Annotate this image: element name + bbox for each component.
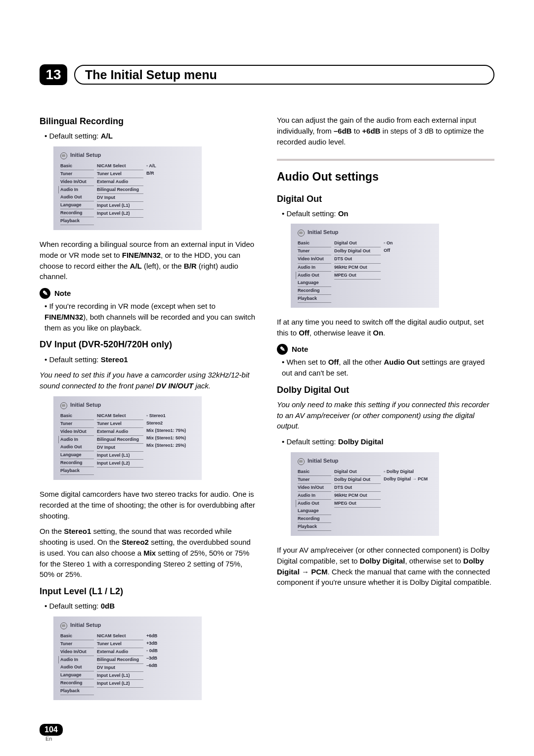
- list-item: Input Level (L2): [97, 680, 143, 688]
- columns: Bilingual Recording Default setting: A/L…: [40, 115, 494, 709]
- list-item: Video In/Out: [60, 428, 94, 436]
- list-item: Language: [298, 279, 331, 287]
- default-value: Stereo1: [101, 355, 128, 364]
- list-item: Audio In: [58, 656, 94, 663]
- disc-icon: [60, 152, 67, 158]
- list-item: Tuner Level: [97, 640, 143, 648]
- menu-sidebar: Basic Tuner Video In/Out Audio In Audio …: [53, 162, 94, 225]
- disc-icon: [60, 402, 67, 408]
- digitalout-heading: Digital Out: [277, 192, 494, 205]
- menu-options: Dolby Digital Dolby Digital → PCM: [381, 468, 428, 531]
- dvinput-default: Default setting: Stereo1: [40, 354, 257, 365]
- list-item: DTS Out: [334, 255, 381, 263]
- menu-header: Initial Setup: [53, 401, 202, 412]
- list-item: Mix (Stereo1: 25%): [146, 442, 186, 449]
- menu-header: Initial Setup: [291, 457, 439, 468]
- list-item: 0dB: [146, 647, 158, 655]
- list-item: Tuner: [298, 247, 331, 255]
- menu-options: +6dB +3dB 0dB –3dB –6dB: [143, 632, 158, 695]
- list-item: Tuner Level: [97, 420, 143, 428]
- left-column: Bilingual Recording Default setting: A/L…: [40, 115, 257, 709]
- disc-icon: [298, 458, 305, 464]
- digitalout-note: When set to Off, all the other Audio Out…: [277, 357, 494, 378]
- pencil-icon: ✎: [40, 288, 50, 299]
- list-item: Digital Out: [334, 468, 381, 476]
- page-footer: 104 En: [40, 709, 494, 742]
- right-column: You can adjust the gain of the audio fro…: [277, 115, 494, 709]
- chapter-title-wrap: The Initial Setup menu: [74, 65, 494, 85]
- pencil-icon: ✎: [277, 344, 288, 355]
- default-label: Default setting:: [286, 209, 336, 218]
- digitalout-body: If at any time you need to switch off th…: [277, 317, 494, 338]
- list-item: Dolby Digital → PCM: [384, 475, 428, 483]
- gain-body: You can adjust the gain of the audio fro…: [277, 115, 494, 147]
- list-item: 96kHz PCM Out: [334, 492, 381, 500]
- list-item: Recording: [298, 515, 331, 523]
- list-item: DV Input: [97, 664, 143, 672]
- audioout-heading: Audio Out settings: [277, 169, 494, 185]
- list-item: 96kHz PCM Out: [334, 264, 381, 272]
- list-item: Tuner: [298, 476, 331, 484]
- menu-inputlevel: Initial Setup Basic Tuner Video In/Out A…: [53, 616, 202, 700]
- default-label: Default setting:: [49, 602, 98, 610]
- default-label: Default setting:: [286, 437, 336, 446]
- list-item: Tuner: [60, 170, 94, 178]
- list-item: NICAM Select: [97, 412, 143, 420]
- menu-options: Stereo1 Stereo2 Mix (Stereo1: 75%) Mix (…: [143, 412, 186, 475]
- list-item: Basic: [60, 632, 94, 640]
- default-value: Dolby Digital: [338, 437, 384, 446]
- list-item: External Audio: [97, 178, 143, 186]
- list-item: Off: [384, 247, 393, 254]
- list-item: Basic: [60, 412, 94, 420]
- note-label: Note: [292, 344, 308, 355]
- menu-options: On Off: [381, 239, 393, 302]
- list-item: Bilingual Recording: [97, 436, 143, 444]
- list-item: Dolby Digital: [384, 468, 428, 475]
- menu-header-label: Initial Setup: [308, 457, 338, 465]
- dvinput-italic: You need to set this if you have a camco…: [40, 370, 257, 391]
- page-lang: En: [45, 736, 494, 742]
- list-item: On: [384, 239, 393, 247]
- list-item: Dolby Digital Out: [334, 476, 381, 484]
- list-item: Audio In: [58, 186, 94, 193]
- list-item: Input Level (L2): [97, 210, 143, 218]
- bilingual-note: If you're recording in VR mode (except w…: [40, 301, 257, 333]
- list-item: Language: [60, 201, 94, 209]
- menu-sidebar: Basic Tuner Video In/Out Audio In Audio …: [291, 468, 331, 531]
- list-item: Input Level (L1): [97, 672, 143, 680]
- inputlevel-default: Default setting: 0dB: [40, 601, 257, 612]
- list-item: Audio In: [58, 436, 94, 443]
- menu-header-label: Initial Setup: [308, 229, 338, 236]
- default-label: Default setting:: [49, 132, 98, 140]
- list-item: +6dB: [146, 632, 158, 640]
- menu-middle: NICAM Select Tuner Level External Audio …: [94, 412, 143, 475]
- menu-middle: NICAM Select Tuner Level External Audio …: [94, 162, 143, 225]
- list-item: Audio In: [298, 264, 331, 272]
- menu-sidebar: Basic Tuner Video In/Out Audio In Audio …: [53, 632, 94, 695]
- chapter-title: The Initial Setup menu: [85, 68, 217, 82]
- list-item: DV Input: [97, 444, 143, 452]
- list-item: Video In/Out: [298, 255, 331, 263]
- list-item: Basic: [298, 239, 331, 247]
- list-item: Tuner: [60, 640, 94, 648]
- list-item: Mix (Stereo1: 75%): [146, 427, 186, 434]
- list-item: Tuner: [60, 420, 94, 428]
- list-item: MPEG Out: [334, 272, 381, 280]
- section-rule: [277, 159, 494, 161]
- menu-header-label: Initial Setup: [70, 151, 101, 159]
- list-item: Tuner Level: [97, 170, 143, 178]
- list-item: NICAM Select: [97, 162, 143, 170]
- menu-header: Initial Setup: [53, 151, 202, 162]
- list-item: Bilingual Recording: [97, 186, 143, 194]
- list-item: Basic: [60, 162, 94, 170]
- list-item: Audio Out: [296, 272, 331, 279]
- menu-dvinput: Initial Setup Basic Tuner Video In/Out A…: [53, 396, 202, 480]
- list-item: Input Level (L2): [97, 460, 143, 468]
- list-item: Stereo1: [146, 412, 186, 420]
- list-item: Video In/Out: [298, 484, 331, 492]
- list-item: Audio Out: [60, 443, 94, 451]
- chapter-header: 13 The Initial Setup menu: [40, 64, 494, 85]
- list-item: Input Level (L1): [97, 452, 143, 460]
- bilingual-body: When recording a bilingual source from a…: [40, 239, 257, 282]
- page-number: 104: [40, 724, 63, 736]
